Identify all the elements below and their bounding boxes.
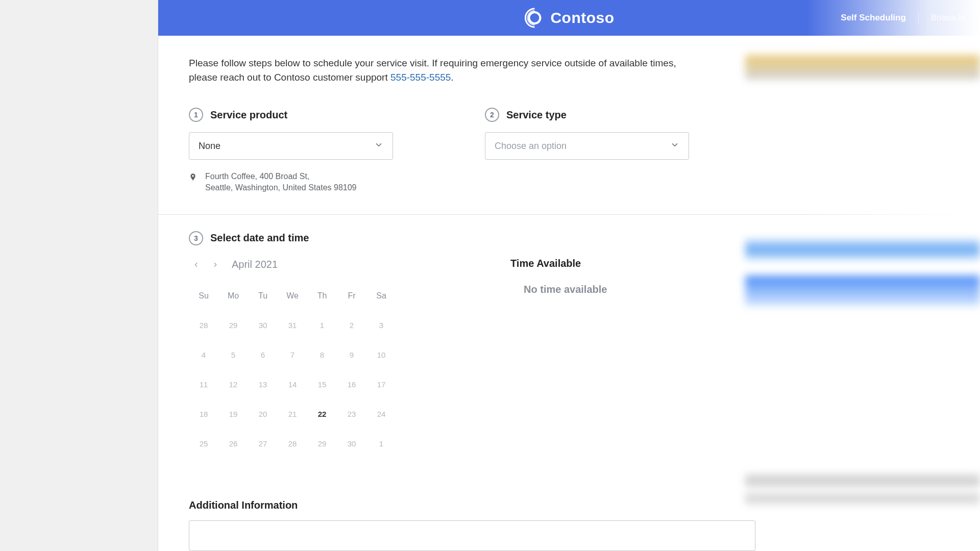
step-service-product: 1 Service product None [189,108,393,194]
left-sidebar [0,0,158,551]
time-available-panel: Time Available No time available [510,258,607,459]
calendar-dow: Fr [337,281,366,311]
service-product-value: None [199,141,220,152]
location-pin-icon [189,172,197,194]
service-location: Fourth Coffee, 400 Broad St, Seattle, Wa… [189,171,393,194]
nav-self-scheduling[interactable]: Self Scheduling [841,13,906,23]
calendar-day[interactable]: 30 [337,429,366,459]
chevron-down-icon [374,140,383,152]
service-product-select[interactable]: None [189,132,393,160]
calendar-day[interactable]: 2 [337,311,366,340]
calendar-dow: Th [307,281,337,311]
step-badge-2: 2 [485,108,499,122]
calendar-day[interactable]: 3 [366,311,396,340]
calendar-day[interactable]: 28 [278,429,307,459]
calendar-day[interactable]: 13 [248,370,278,399]
step-service-type: 2 Service type Choose an option [485,108,689,194]
calendar-dow: We [278,281,307,311]
additional-information-input[interactable] [189,520,755,551]
calendar-day[interactable]: 21 [278,399,307,429]
background-window-peek [745,474,980,487]
step-title-product: Service product [210,109,287,121]
calendar-day[interactable]: 24 [366,399,396,429]
calendar-dow: Su [189,281,218,311]
calendar-day[interactable]: 29 [307,429,337,459]
step-date-time: 3 Select date and time April 2021 [189,231,949,459]
calendar-day[interactable]: 16 [337,370,366,399]
calendar: April 2021 SuMoTuWeThFrSa282930311234567… [189,258,408,459]
calendar-dow: Sa [366,281,396,311]
step-badge-3: 3 [189,231,203,245]
background-window-peek [745,493,980,504]
calendar-day[interactable]: 27 [248,429,278,459]
calendar-day[interactable]: 14 [278,370,307,399]
calendar-day[interactable]: 8 [307,340,337,370]
calendar-day[interactable]: 19 [218,399,248,429]
intro-after: . [451,72,453,83]
background-window-peek [745,55,980,80]
calendar-day[interactable]: 12 [218,370,248,399]
service-type-select[interactable]: Choose an option [485,132,689,160]
calendar-day[interactable]: 9 [337,340,366,370]
location-line-1: Fourth Coffee, 400 Broad St, [205,171,356,182]
nav-user-name[interactable]: Briana H [931,13,965,23]
step-title-datetime: Select date and time [210,232,309,244]
background-window-peek [745,276,980,306]
step-title-type: Service type [506,109,567,121]
svg-point-0 [529,12,540,23]
time-available-heading: Time Available [510,258,607,269]
no-time-available: No time available [524,284,607,295]
calendar-day[interactable]: 30 [248,311,278,340]
calendar-day[interactable]: 1 [366,429,396,459]
calendar-day[interactable]: 7 [278,340,307,370]
nav-divider [918,12,919,24]
chevron-down-icon [670,140,679,152]
contoso-logo-icon [524,7,545,29]
calendar-dow: Tu [248,281,278,311]
calendar-next-button[interactable] [208,258,223,272]
calendar-day[interactable]: 26 [218,429,248,459]
calendar-day[interactable]: 18 [189,399,218,429]
calendar-day[interactable]: 1 [307,311,337,340]
calendar-day[interactable]: 6 [248,340,278,370]
calendar-day[interactable]: 10 [366,340,396,370]
calendar-day[interactable]: 22 [307,399,337,429]
brand-logo: Contoso [524,7,614,29]
calendar-day[interactable]: 17 [366,370,396,399]
calendar-day[interactable]: 31 [278,311,307,340]
calendar-month-label: April 2021 [232,259,278,270]
calendar-day[interactable]: 23 [337,399,366,429]
support-phone-link[interactable]: 555-555-5555 [390,72,451,83]
top-bar: Contoso Self Scheduling Briana H [158,0,980,36]
calendar-dow: Mo [218,281,248,311]
calendar-day[interactable]: 5 [218,340,248,370]
calendar-day[interactable]: 29 [218,311,248,340]
calendar-day[interactable]: 11 [189,370,218,399]
calendar-day[interactable]: 15 [307,370,337,399]
step-badge-1: 1 [189,108,203,122]
calendar-day[interactable]: 28 [189,311,218,340]
calendar-day[interactable]: 25 [189,429,218,459]
calendar-day[interactable]: 4 [189,340,218,370]
additional-information-section: Additional Information [189,499,949,551]
section-divider [158,214,980,215]
brand-name: Contoso [550,9,614,27]
calendar-day[interactable]: 20 [248,399,278,429]
location-line-2: Seattle, Washington, United States 98109 [205,182,356,193]
calendar-prev-button[interactable] [189,258,203,272]
service-type-placeholder: Choose an option [495,141,567,152]
background-window-peek [745,239,980,260]
intro-text: Please follow steps below to schedule yo… [189,56,689,84]
